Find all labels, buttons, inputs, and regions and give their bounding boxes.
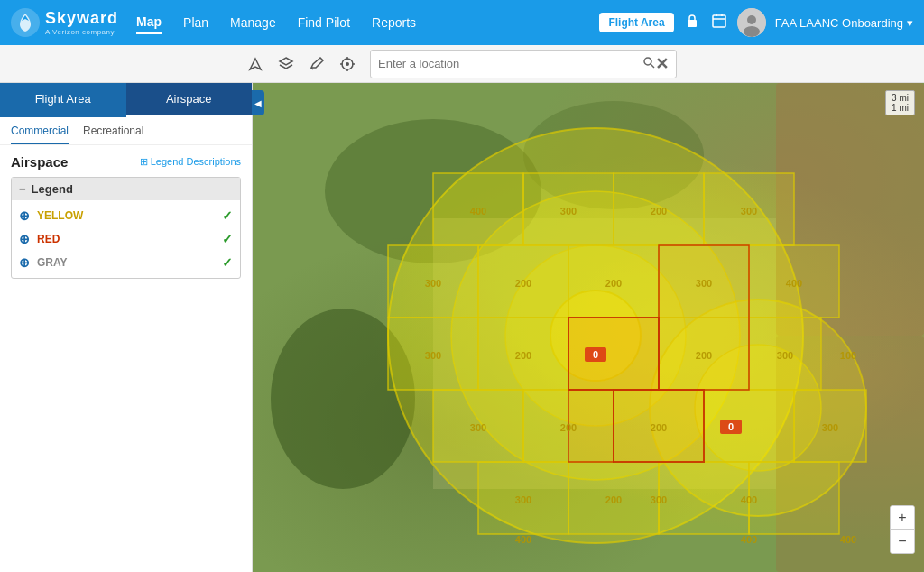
legend-item-yellow: ⊕ YELLOW ✓ xyxy=(12,204,240,227)
commercial-tab[interactable]: Commercial xyxy=(11,125,69,144)
legend-header: − Legend xyxy=(12,178,240,200)
zoom-out-button[interactable]: − xyxy=(891,530,914,553)
nav-find-pilot[interactable]: Find Pilot xyxy=(298,12,350,33)
flight-area-button[interactable]: Flight Area xyxy=(599,13,673,32)
legend-box: − Legend ⊕ YELLOW ✓ ⊕ RED ✓ ⊕ GRAY ✓ xyxy=(11,177,241,279)
svg-text:300: 300 xyxy=(741,206,757,217)
main-layout: Flight Area Airspace ◀ Commercial Recrea… xyxy=(0,83,924,572)
svg-text:300: 300 xyxy=(515,494,531,505)
legend-title: Legend xyxy=(32,182,73,196)
airspace-tab[interactable]: Airspace xyxy=(126,83,253,117)
svg-text:300: 300 xyxy=(425,350,441,361)
svg-text:300: 300 xyxy=(822,422,838,433)
logo-skyward: Skyward xyxy=(45,9,118,28)
svg-rect-48 xyxy=(704,390,794,462)
location-search-wrap: ✕ xyxy=(370,50,677,78)
legend-red-expand[interactable]: ⊕ xyxy=(19,232,30,246)
user-avatar[interactable] xyxy=(737,8,766,37)
legend-gray-label: GRAY xyxy=(37,256,68,269)
legend-descriptions-link[interactable]: ⊞ Legend Descriptions xyxy=(140,156,241,168)
pencil-icon xyxy=(309,56,325,72)
nav-map[interactable]: Map xyxy=(136,11,162,34)
legend-gray-expand[interactable]: ⊕ xyxy=(19,255,30,270)
edit-tool-button[interactable] xyxy=(309,56,325,72)
account-label[interactable]: FAA LAANC Onboarding ▾ xyxy=(775,16,913,30)
svg-text:400: 400 xyxy=(470,206,486,217)
avatar-icon xyxy=(737,8,766,37)
target-icon xyxy=(339,56,356,72)
nav-links: Map Plan Manage Find Pilot Reports xyxy=(136,11,599,34)
svg-rect-2 xyxy=(713,15,725,27)
svg-text:200: 200 xyxy=(605,278,622,289)
svg-point-12 xyxy=(346,62,349,66)
svg-rect-57 xyxy=(659,245,749,390)
panel-collapse-button[interactable]: ◀ xyxy=(252,90,264,115)
svg-rect-54 xyxy=(568,318,659,390)
svg-text:400: 400 xyxy=(840,534,856,545)
legend-gray-check[interactable]: ✓ xyxy=(222,255,233,270)
search-clear-button[interactable]: ✕ xyxy=(655,54,669,74)
zoom-in-button[interactable]: + xyxy=(891,506,914,530)
airspace-title: Airspace xyxy=(11,154,68,170)
nav-reports[interactable]: Reports xyxy=(372,12,416,33)
svg-rect-1 xyxy=(688,20,697,27)
nav-plan[interactable]: Plan xyxy=(183,12,208,33)
panel-tabs: Flight Area Airspace xyxy=(0,83,252,117)
svg-marker-9 xyxy=(280,58,292,65)
svg-rect-52 xyxy=(659,462,749,534)
flight-area-tab[interactable]: Flight Area xyxy=(0,83,126,117)
legend-items: ⊕ YELLOW ✓ ⊕ RED ✓ ⊕ GRAY ✓ xyxy=(12,200,240,278)
legend-item-red: ⊕ RED ✓ xyxy=(12,227,240,251)
svg-text:0: 0 xyxy=(593,349,598,360)
draw-tool-button[interactable] xyxy=(247,56,263,72)
top-navigation: Skyward A Verizon company Map Plan Manag… xyxy=(0,0,924,45)
svg-text:200: 200 xyxy=(651,206,667,217)
svg-text:200: 200 xyxy=(605,494,622,505)
svg-text:300: 300 xyxy=(777,350,793,361)
nav-manage[interactable]: Manage xyxy=(230,12,276,33)
logo-text: Skyward A Verizon company xyxy=(45,9,118,36)
svg-text:300: 300 xyxy=(696,278,712,289)
svg-text:300: 300 xyxy=(470,422,486,433)
layers-icon xyxy=(278,56,294,72)
search-bar: ✕ xyxy=(0,45,924,83)
svg-rect-53 xyxy=(749,462,839,534)
svg-point-17 xyxy=(644,58,651,65)
legend-yellow-check[interactable]: ✓ xyxy=(222,208,233,223)
svg-text:200: 200 xyxy=(515,350,531,361)
svg-text:300: 300 xyxy=(425,278,441,289)
legend-yellow-label: YELLOW xyxy=(37,209,83,222)
logo-sub: A Verizon company xyxy=(45,28,118,36)
svg-text:400: 400 xyxy=(741,534,757,545)
svg-text:200: 200 xyxy=(696,350,712,361)
legend-red-check[interactable]: ✓ xyxy=(222,232,233,246)
svg-text:300: 300 xyxy=(651,494,667,505)
svg-point-7 xyxy=(747,15,756,24)
layers-tool-button[interactable] xyxy=(278,56,294,72)
left-panel: Flight Area Airspace ◀ Commercial Recrea… xyxy=(0,83,253,572)
legend-red-label: RED xyxy=(37,233,60,245)
legend-minus-icon: − xyxy=(19,182,26,196)
logo[interactable]: Skyward A Verizon company xyxy=(11,8,118,37)
map-area[interactable]: 400 300 200 300 300 200 200 300 400 300 … xyxy=(253,83,924,572)
location-search-input[interactable] xyxy=(378,57,642,70)
airspace-section-header: Airspace ⊞ Legend Descriptions xyxy=(0,145,252,173)
calendar-icon xyxy=(710,12,728,30)
svg-point-8 xyxy=(744,26,760,37)
draw-icon xyxy=(247,56,263,72)
svg-text:100: 100 xyxy=(840,350,856,361)
target-tool-button[interactable] xyxy=(339,56,356,72)
svg-line-18 xyxy=(651,64,654,68)
svg-text:300: 300 xyxy=(560,206,577,217)
search-submit-button[interactable] xyxy=(642,56,655,71)
map-zoom-controls: + − xyxy=(890,505,915,554)
nav-right: Flight Area FAA LAANC Onboarding xyxy=(599,8,913,37)
lock-icon-btn[interactable] xyxy=(683,12,701,34)
svg-text:400: 400 xyxy=(741,494,757,505)
svg-text:200: 200 xyxy=(560,422,577,433)
svg-text:0: 0 xyxy=(728,421,734,432)
map-scale: 3 mi 1 mi xyxy=(885,90,915,115)
legend-yellow-expand[interactable]: ⊕ xyxy=(19,208,30,223)
recreational-tab[interactable]: Recreational xyxy=(83,125,143,144)
calendar-icon-btn[interactable] xyxy=(710,12,728,34)
